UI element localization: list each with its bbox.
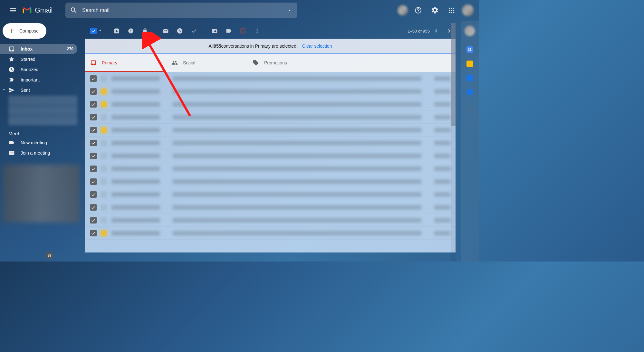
- row-checkbox[interactable]: [90, 166, 97, 172]
- star-icon[interactable]: [101, 153, 107, 159]
- snooze-button[interactable]: [173, 24, 186, 37]
- star-icon[interactable]: [101, 101, 107, 108]
- move-to-button[interactable]: [208, 24, 221, 37]
- sidebar-item-important[interactable]: Important: [0, 75, 77, 85]
- star-icon[interactable]: [101, 217, 107, 224]
- row-checkbox[interactable]: [90, 101, 97, 108]
- search-input[interactable]: [82, 7, 286, 13]
- meet-item-new-meeting[interactable]: New meeting: [0, 138, 77, 148]
- star-icon[interactable]: [101, 204, 107, 211]
- date-redacted: [434, 102, 450, 107]
- mail-row[interactable]: [85, 149, 456, 162]
- mail-row[interactable]: [85, 188, 456, 201]
- star-icon[interactable]: [101, 127, 107, 133]
- row-checkbox[interactable]: [90, 75, 97, 82]
- mail-row[interactable]: [85, 214, 456, 227]
- compose-button[interactable]: Compose: [3, 23, 46, 39]
- main-menu-button[interactable]: [5, 3, 21, 18]
- subject-redacted: [173, 192, 421, 197]
- tab-primary[interactable]: Primary: [85, 54, 166, 72]
- nav-label: Important: [21, 77, 73, 82]
- select-dropdown[interactable]: [97, 27, 103, 34]
- mail-row[interactable]: [85, 162, 456, 175]
- row-checkbox[interactable]: [90, 230, 97, 236]
- mail-row[interactable]: [85, 111, 456, 124]
- get-addons-button[interactable]: +: [468, 106, 472, 114]
- sidebar-item-snoozed[interactable]: Snoozed: [0, 64, 77, 75]
- row-checkbox[interactable]: [90, 127, 97, 133]
- panel-avatar[interactable]: [465, 26, 475, 36]
- archive-button[interactable]: [110, 24, 123, 37]
- star-icon[interactable]: [101, 178, 107, 185]
- tab-label: Promotions: [264, 60, 287, 65]
- row-checkbox[interactable]: [90, 114, 97, 120]
- star-icon[interactable]: [101, 114, 107, 120]
- hangouts-badge[interactable]: [46, 252, 53, 259]
- add-to-tasks-button[interactable]: [187, 24, 200, 37]
- search-bar[interactable]: [65, 3, 297, 18]
- contacts-addon-icon[interactable]: [466, 89, 473, 95]
- mark-unread-button[interactable]: [159, 24, 172, 37]
- meet-item-join-a-meeting[interactable]: Join a meeting: [0, 148, 77, 158]
- support-button[interactable]: [412, 4, 425, 17]
- gmail-logo-lockup[interactable]: Gmail: [22, 5, 53, 15]
- row-checkbox[interactable]: [90, 191, 97, 198]
- expand-icon[interactable]: [1, 87, 6, 93]
- prev-page-button[interactable]: [430, 24, 443, 37]
- row-checkbox[interactable]: [90, 178, 97, 185]
- clock-icon: [8, 66, 15, 73]
- vertical-scrollbar[interactable]: [451, 23, 456, 262]
- report-spam-button[interactable]: [124, 24, 137, 37]
- mail-row[interactable]: [85, 124, 456, 137]
- add-to-button[interactable]: [236, 24, 249, 37]
- clear-selection-link[interactable]: Clear selection: [302, 43, 332, 49]
- check-icon: [91, 102, 96, 107]
- sidebar-item-inbox[interactable]: Inbox270: [0, 44, 77, 54]
- date-redacted: [434, 218, 450, 223]
- star-icon[interactable]: [101, 75, 107, 82]
- mail-row[interactable]: [85, 98, 456, 111]
- google-apps-button[interactable]: [445, 4, 458, 17]
- star-icon[interactable]: [101, 230, 107, 236]
- select-all-checkbox[interactable]: [90, 28, 97, 34]
- subject-redacted: [173, 128, 421, 132]
- star-icon: [8, 56, 15, 62]
- mail-row[interactable]: [85, 137, 456, 149]
- star-icon[interactable]: [101, 140, 107, 146]
- row-checkbox[interactable]: [90, 140, 97, 146]
- row-checkbox[interactable]: [90, 217, 97, 224]
- calendar-addon-icon[interactable]: [466, 46, 473, 53]
- subject-redacted: [173, 205, 421, 210]
- delete-button[interactable]: [139, 24, 151, 37]
- keep-addon-icon[interactable]: [466, 61, 473, 67]
- svg-point-4: [451, 10, 452, 11]
- row-checkbox[interactable]: [90, 204, 97, 211]
- mail-row[interactable]: [85, 85, 456, 98]
- tab-icon: [90, 60, 97, 66]
- mail-row[interactable]: [85, 227, 456, 240]
- sidebar-item-starred[interactable]: Starred: [0, 54, 77, 64]
- tasks-addon-icon[interactable]: [466, 75, 473, 81]
- category-tabs: PrimarySocialPromotions: [85, 54, 456, 72]
- tab-promotions[interactable]: Promotions: [247, 54, 329, 72]
- row-checkbox[interactable]: [90, 88, 97, 95]
- star-icon[interactable]: [101, 88, 107, 95]
- scrollbar-thumb[interactable]: [451, 23, 456, 126]
- tab-social[interactable]: Social: [166, 54, 247, 72]
- mail-row[interactable]: [85, 72, 456, 85]
- settings-button[interactable]: [428, 4, 441, 17]
- sidebar-item-sent[interactable]: Sent: [0, 85, 77, 95]
- row-checkbox[interactable]: [90, 153, 97, 159]
- search-options-caret-icon[interactable]: [286, 7, 293, 14]
- tab-icon: [171, 60, 178, 66]
- account-avatar[interactable]: [462, 5, 474, 16]
- mail-row[interactable]: [85, 201, 456, 214]
- labels-button[interactable]: [222, 24, 235, 37]
- account-thumbnail-small[interactable]: [398, 5, 408, 15]
- more-button[interactable]: [251, 24, 264, 37]
- sender-redacted: [111, 141, 160, 145]
- star-icon[interactable]: [101, 191, 107, 198]
- video-icon: [8, 139, 15, 146]
- mail-row[interactable]: [85, 175, 456, 188]
- star-icon[interactable]: [101, 166, 107, 172]
